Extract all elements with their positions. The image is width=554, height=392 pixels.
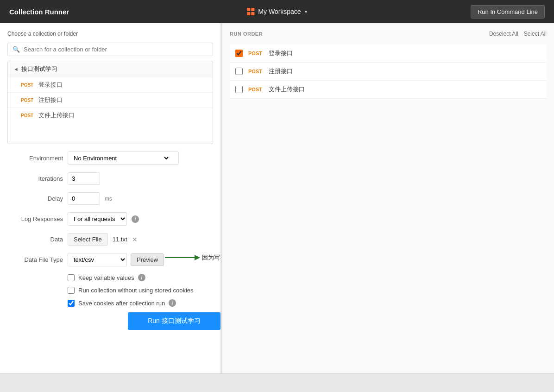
run-order-header: RUN ORDER Deselect All Select All (230, 31, 547, 37)
log-responses-select-wrapper[interactable]: For all requests (68, 212, 127, 226)
select-all-link[interactable]: Select All (524, 31, 547, 37)
data-file-type-select-wrapper[interactable]: text/csv application/json (68, 253, 127, 266)
keep-variable-info-icon[interactable]: i (138, 274, 145, 281)
clear-file-icon[interactable]: ✕ (132, 236, 138, 243)
delay-input[interactable] (68, 192, 100, 205)
log-responses-label: Log Responses (7, 215, 63, 222)
app-title: Collection Runner (9, 8, 69, 16)
save-cookies-checkbox[interactable] (68, 300, 75, 307)
run-button-container: Run 接口测试学习 (7, 312, 213, 330)
select-file-button[interactable]: Select File (68, 233, 108, 246)
run-order-item: POST 文件上传接口 (230, 81, 547, 99)
log-responses-row: Log Responses For all requests i (7, 212, 213, 226)
folder-name: 接口测试学习 (21, 65, 57, 73)
environment-label: Environment (7, 155, 63, 162)
chevron-down-icon[interactable]: ▾ (305, 9, 307, 14)
run-button[interactable]: Run 接口测试学习 (128, 312, 220, 330)
data-file-type-row: Data File Type text/csv application/json… (7, 253, 213, 266)
log-responses-select[interactable]: For all requests (68, 213, 126, 225)
run-method-0: POST (248, 51, 263, 56)
collection-folder[interactable]: ◄ 接口测试学习 (8, 61, 213, 77)
method-badge: POST (21, 113, 35, 118)
item-name: 注册接口 (38, 96, 63, 104)
data-label: Data (7, 236, 63, 243)
workspace-center: My Workspace ▾ (247, 8, 307, 15)
save-cookies-info-icon[interactable]: i (169, 299, 176, 307)
run-item-name-1: 注册接口 (269, 67, 293, 76)
annotation-container: 因为写在text，所以选择text格式 (165, 252, 222, 263)
item-name: 文件上传接口 (38, 111, 75, 120)
preview-button[interactable]: Preview (131, 253, 164, 266)
run-order-list: POST 登录接口 POST 注册接口 POST 文件上传接口 (230, 44, 547, 99)
save-cookies-row: Save cookies after collection run i (7, 299, 213, 307)
type-select-wrap: text/csv application/json Preview (68, 253, 164, 266)
iterations-input[interactable] (68, 172, 100, 185)
bottom-bar (0, 373, 554, 392)
item-name: 登录接口 (38, 81, 63, 89)
environment-row: Environment No Environment (7, 152, 213, 165)
run-item-checkbox-1[interactable] (235, 68, 243, 75)
list-item[interactable]: POST 注册接口 (8, 93, 213, 108)
data-file-type-label: Data File Type (7, 256, 63, 263)
run-order-title: RUN ORDER (230, 31, 263, 37)
method-badge: POST (21, 98, 35, 103)
iterations-label: Iterations (7, 175, 63, 182)
annotation-text: 因为写在text，所以选择text格式 (202, 253, 222, 262)
run-item-name-2: 文件上传接口 (269, 85, 305, 94)
run-no-cookies-checkbox[interactable] (68, 287, 75, 294)
deselect-all-link[interactable]: Deselect All (489, 31, 518, 37)
run-in-command-line-button[interactable]: Run In Command Line (471, 5, 545, 19)
run-item-checkbox-0[interactable] (235, 50, 243, 57)
run-order-item: POST 登录接口 (230, 44, 547, 63)
right-panel: RUN ORDER Deselect All Select All POST 登… (222, 23, 554, 373)
environment-select-wrapper[interactable]: No Environment (68, 152, 179, 165)
workspace-name: My Workspace (258, 8, 301, 15)
header-actions: Deselect All Select All (489, 31, 547, 37)
delay-label: Delay (7, 195, 63, 202)
save-cookies-label: Save cookies after collection run (78, 300, 165, 307)
run-method-1: POST (248, 69, 263, 74)
search-icon: 🔍 (13, 46, 20, 53)
method-badge: POST (21, 82, 35, 88)
file-name: 11.txt (113, 236, 127, 243)
data-row: Data Select File 11.txt ✕ (7, 233, 213, 246)
annotation-arrow-icon (165, 252, 202, 263)
keep-variable-checkbox[interactable] (68, 274, 75, 281)
run-item-checkbox-2[interactable] (235, 86, 243, 93)
run-no-cookies-label: Run collection without using stored cook… (78, 287, 194, 294)
list-item[interactable]: POST 登录接口 (8, 77, 213, 93)
collection-list: ◄ 接口测试学习 POST 登录接口 POST 注册接口 POST 文件上传接口 (7, 61, 213, 144)
workspace-grid-icon (247, 8, 254, 15)
run-order-item: POST 注册接口 (230, 63, 547, 81)
keep-variable-label: Keep variable values (78, 274, 134, 281)
run-method-2: POST (248, 87, 263, 92)
keep-variable-row: Keep variable values i (7, 274, 213, 281)
run-item-name-0: 登录接口 (269, 49, 293, 57)
log-responses-info-icon[interactable]: i (132, 215, 139, 223)
delay-row: Delay ms (7, 192, 213, 205)
search-input[interactable] (24, 46, 208, 53)
delay-unit: ms (105, 196, 112, 202)
search-box: 🔍 (7, 43, 213, 56)
left-panel: Choose a collection or folder 🔍 ◄ 接口测试学习… (0, 23, 222, 373)
list-item[interactable]: POST 文件上传接口 (8, 108, 213, 123)
folder-arrow-icon: ◄ (13, 66, 19, 72)
run-no-cookies-row: Run collection without using stored cook… (7, 287, 213, 294)
iterations-row: Iterations (7, 172, 213, 185)
environment-select[interactable]: No Environment (68, 152, 170, 164)
main-container: Choose a collection or folder 🔍 ◄ 接口测试学习… (0, 23, 554, 373)
header: Collection Runner My Workspace ▾ Run In … (0, 0, 554, 23)
data-file-type-select[interactable]: text/csv application/json (68, 253, 126, 266)
collection-label: Choose a collection or folder (7, 31, 213, 37)
